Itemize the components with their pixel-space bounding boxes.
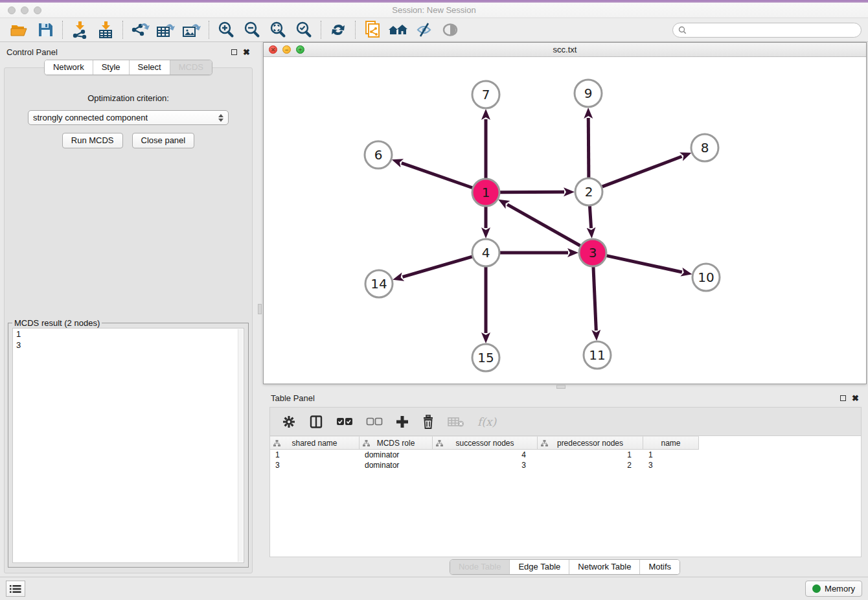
unselect-all-icon[interactable] [366,417,383,426]
column-header-MCDS-role[interactable]: MCDS role [360,436,433,450]
close-panel-button[interactable]: Close panel [132,133,195,148]
criterion-dropdown[interactable]: strongly connected component [28,110,229,125]
tab-edge-table[interactable]: Edge Table [509,560,569,574]
edge-1-6[interactable] [402,163,472,188]
cell-predecessor-nodes[interactable]: 2 [538,460,643,470]
export-network-icon[interactable] [127,20,153,40]
cell-shared-name[interactable]: 1 [270,450,360,460]
open-session-icon[interactable] [6,20,32,40]
network-close-button[interactable]: ✕ [269,45,277,54]
zoom-selected-icon[interactable] [291,20,317,40]
close-panel-icon[interactable]: ✖ [243,48,250,56]
tab-style[interactable]: Style [93,60,129,75]
settings-gear-icon[interactable] [282,415,296,429]
task-history-button[interactable] [6,581,25,597]
graph-node-9[interactable]: 9 [575,80,602,107]
close-table-panel-icon[interactable]: ✖ [852,394,859,402]
maximize-window-button[interactable] [34,6,41,14]
graph-node-10[interactable]: 10 [692,264,720,291]
close-window-button[interactable] [8,6,16,14]
edge-4-14[interactable] [402,257,472,277]
splitter-grip[interactable] [258,304,262,314]
result-scrollbar[interactable] [238,329,243,562]
edge-3-11[interactable] [593,267,596,330]
cell-name[interactable]: 3 [643,460,699,470]
column-header-predecessor-nodes[interactable]: predecessor nodes [538,436,643,450]
mcds-panel: Optimization criterion: strongly connect… [4,67,253,573]
graph-node-7[interactable]: 7 [472,81,499,108]
table-row[interactable]: 1dominator411 [270,450,861,460]
hide-selected-icon[interactable] [411,20,437,40]
horizontal-splitter[interactable] [263,384,867,390]
cell-successor-nodes[interactable]: 4 [433,450,538,460]
column-header-name[interactable]: name [643,436,699,450]
edge-3-10[interactable] [606,256,681,272]
network-graph[interactable]: 7968124314101511 [264,57,866,384]
zoom-fit-icon[interactable] [265,20,291,40]
clone-network-icon[interactable] [360,20,385,40]
splitter-grip[interactable] [556,385,565,389]
edge-2-3[interactable] [589,206,591,228]
cell-successor-nodes[interactable]: 3 [433,460,538,470]
graph-node-4[interactable]: 4 [472,239,499,266]
zoom-in-icon[interactable] [213,20,239,40]
cell-MCDS-role[interactable]: dominator [360,450,433,460]
float-panel-icon[interactable] [231,49,237,55]
memory-button[interactable]: Memory [805,581,862,597]
cell-predecessor-nodes[interactable]: 1 [538,450,643,460]
delete-column-icon[interactable] [422,415,435,429]
edge-2-8[interactable] [602,156,682,187]
search-field[interactable] [672,23,862,38]
tab-select[interactable]: Select [129,60,170,75]
cell-name[interactable]: 1 [643,450,699,460]
tab-node-table[interactable]: Node Table [450,560,510,574]
home-icon[interactable] [385,20,411,40]
run-mcds-button[interactable]: Run MCDS [62,133,123,148]
control-panel-tabs: NetworkStyleSelectMCDS [44,60,212,75]
graph-node-11[interactable]: 11 [584,341,611,369]
minimize-window-button[interactable] [21,6,29,14]
svg-text:8: 8 [701,140,709,156]
tab-network-table[interactable]: Network Table [569,560,639,574]
network-canvas[interactable]: 7968124314101511 [264,57,866,384]
refresh-layout-icon[interactable] [325,20,351,40]
network-minimize-button[interactable]: − [282,45,291,54]
zoom-out-icon[interactable] [239,20,265,40]
import-network-icon[interactable] [67,20,93,40]
export-image-icon[interactable] [179,20,205,40]
window-controls [8,6,41,14]
float-table-panel-icon[interactable] [840,395,846,401]
graph-node-15[interactable]: 15 [472,344,499,371]
edge-3-1[interactable] [507,205,580,246]
cell-MCDS-role[interactable]: dominator [360,460,433,470]
column-header-shared-name[interactable]: shared name [270,436,360,450]
vertical-splitter[interactable] [257,42,263,577]
add-column-icon[interactable] [396,415,409,428]
edge-1-2[interactable] [500,192,564,192]
graph-node-3[interactable]: 3 [579,239,606,266]
network-maximize-button[interactable]: + [296,45,304,54]
mcds-result-box: MCDS result (2 nodes) 13 [8,323,249,568]
node-table[interactable]: shared nameMCDS rolesuccessor nodesprede… [270,436,861,557]
tab-network[interactable]: Network [45,60,93,75]
graph-node-2[interactable]: 2 [575,178,602,205]
tab-motifs[interactable]: Motifs [639,560,680,574]
graph-node-6[interactable]: 6 [365,141,392,168]
graph-node-14[interactable]: 14 [365,270,393,297]
graph-node-8[interactable]: 8 [691,134,718,161]
table-row[interactable]: 3dominator323 [270,460,861,470]
columns-icon[interactable] [309,415,323,429]
select-all-icon[interactable] [336,417,353,426]
search-input[interactable] [690,25,856,35]
tab-mcds[interactable]: MCDS [170,60,212,75]
graph-node-1[interactable]: 1 [472,179,499,206]
save-session-icon[interactable] [32,20,58,40]
cell-shared-name[interactable]: 3 [270,460,360,470]
export-table-icon[interactable] [153,20,179,40]
mcds-result-list[interactable]: 13 [12,328,244,563]
mcds-result-title: MCDS result (2 nodes) [12,318,102,328]
column-header-successor-nodes[interactable]: successor nodes [433,436,538,450]
edge-2-9[interactable] [588,118,589,178]
show-all-icon[interactable] [437,20,463,40]
import-table-icon[interactable] [93,20,119,40]
